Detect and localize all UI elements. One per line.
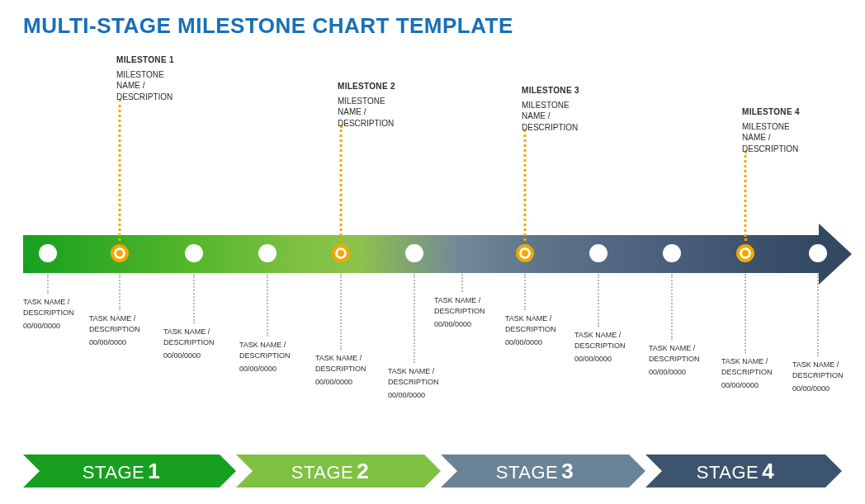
task-connector — [524, 274, 526, 310]
task-node — [663, 244, 681, 262]
milestone-label: MILESTONE 4MILESTONE NAME / DESCRIPTION — [742, 106, 825, 154]
task-label: TASK NAME / DESCRIPTION00/00/0000 — [23, 297, 89, 332]
task-name: TASK NAME / DESCRIPTION — [163, 327, 229, 347]
task-name: TASK NAME / DESCRIPTION — [434, 295, 500, 316]
milestone-heading: MILESTONE 4 — [742, 106, 825, 118]
timeline — [23, 235, 852, 273]
task-node — [185, 244, 203, 262]
task-node — [39, 244, 57, 262]
milestone-connector — [119, 99, 121, 241]
task-date: 00/00/0000 — [163, 351, 229, 361]
task-name: TASK NAME / DESCRIPTION — [315, 353, 381, 374]
task-label: TASK NAME / DESCRIPTION00/00/0000 — [315, 353, 381, 388]
task-label: TASK NAME / DESCRIPTION00/00/0000 — [721, 356, 787, 391]
stage-label: STAGE — [697, 462, 759, 483]
stage-number: 4 — [762, 459, 774, 484]
task-label: TASK NAME / DESCRIPTION00/00/0000 — [163, 327, 229, 361]
stage-number: 2 — [357, 459, 369, 484]
task-label: TASK NAME / DESCRIPTION00/00/0000 — [649, 343, 715, 378]
milestone-description: MILESTONE NAME / DESCRIPTION — [522, 100, 604, 134]
milestone-node — [736, 244, 754, 262]
stage-label: STAGE — [291, 462, 353, 483]
task-label: TASK NAME / DESCRIPTION00/00/0000 — [505, 313, 571, 348]
milestone-node — [332, 244, 350, 262]
milestone-description: MILESTONE NAME / DESCRIPTION — [742, 121, 825, 155]
task-date: 00/00/0000 — [89, 337, 155, 348]
task-connector — [744, 274, 746, 353]
milestone-connector — [340, 125, 343, 241]
task-name: TASK NAME / DESCRIPTION — [649, 343, 715, 364]
task-label: TASK NAME / DESCRIPTION00/00/0000 — [574, 330, 640, 365]
task-connector — [193, 274, 195, 323]
milestone-connector — [744, 151, 747, 241]
milestone-label: MILESTONE 1MILESTONE NAME / DESCRIPTION — [116, 54, 199, 102]
task-connector — [267, 274, 268, 337]
stage-chevron: STAGE2 — [236, 455, 441, 488]
page-title: MULTI-STAGE MILESTONE CHART TEMPLATE — [23, 13, 513, 39]
task-name: TASK NAME / DESCRIPTION — [23, 297, 89, 318]
milestone-node — [111, 244, 129, 262]
task-name: TASK NAME / DESCRIPTION — [89, 313, 155, 334]
stage-chevron: STAGE1 — [23, 455, 236, 488]
task-label: TASK NAME / DESCRIPTION00/00/0000 — [388, 366, 454, 401]
task-connector — [119, 274, 121, 310]
task-connector — [817, 274, 819, 356]
task-name: TASK NAME / DESCRIPTION — [388, 366, 454, 387]
task-date: 00/00/0000 — [721, 380, 787, 391]
task-node — [258, 244, 277, 262]
task-date: 00/00/0000 — [315, 377, 381, 388]
task-connector — [671, 274, 673, 340]
task-date: 00/00/0000 — [649, 367, 715, 378]
milestone-heading: MILESTONE 1 — [116, 54, 199, 66]
task-label: TASK NAME / DESCRIPTION00/00/0000 — [792, 360, 858, 394]
task-name: TASK NAME / DESCRIPTION — [505, 313, 571, 334]
task-connector — [340, 274, 342, 350]
task-node — [405, 244, 423, 262]
task-label: TASK NAME / DESCRIPTION00/00/0000 — [239, 340, 305, 374]
task-date: 00/00/0000 — [505, 337, 571, 348]
task-connector — [598, 274, 599, 327]
task-node — [809, 244, 827, 262]
milestone-label: MILESTONE 3MILESTONE NAME / DESCRIPTION — [522, 85, 604, 133]
task-label: TASK NAME / DESCRIPTION00/00/0000 — [89, 313, 155, 348]
stages-row: STAGE1STAGE2STAGE3STAGE4 — [23, 455, 842, 488]
task-node — [589, 244, 607, 262]
task-date: 00/00/0000 — [23, 321, 89, 332]
task-name: TASK NAME / DESCRIPTION — [239, 340, 305, 360]
task-name: TASK NAME / DESCRIPTION — [792, 360, 858, 380]
milestone-heading: MILESTONE 3 — [522, 85, 604, 97]
task-connector — [414, 274, 415, 363]
stage-chevron: STAGE3 — [441, 455, 645, 488]
task-name: TASK NAME / DESCRIPTION — [721, 356, 787, 377]
milestone-label: MILESTONE 2MILESTONE NAME / DESCRIPTION — [338, 81, 420, 129]
milestone-node — [516, 244, 534, 262]
task-connector — [461, 274, 463, 292]
task-date: 00/00/0000 — [388, 390, 454, 401]
milestone-description: MILESTONE NAME / DESCRIPTION — [116, 69, 199, 103]
task-connector — [47, 274, 49, 294]
task-date: 00/00/0000 — [434, 319, 500, 330]
task-label: TASK NAME / DESCRIPTION00/00/0000 — [434, 295, 500, 330]
milestone-connector — [524, 130, 527, 241]
stage-label: STAGE — [83, 462, 144, 483]
milestone-description: MILESTONE NAME / DESCRIPTION — [338, 96, 420, 130]
milestone-heading: MILESTONE 2 — [338, 81, 420, 92]
stage-number: 3 — [561, 459, 574, 484]
task-date: 00/00/0000 — [239, 364, 305, 374]
stage-chevron: STAGE4 — [645, 455, 842, 488]
task-date: 00/00/0000 — [792, 384, 858, 394]
task-name: TASK NAME / DESCRIPTION — [574, 330, 640, 351]
stage-number: 1 — [148, 459, 160, 484]
task-date: 00/00/0000 — [574, 354, 640, 365]
stage-label: STAGE — [496, 462, 558, 483]
